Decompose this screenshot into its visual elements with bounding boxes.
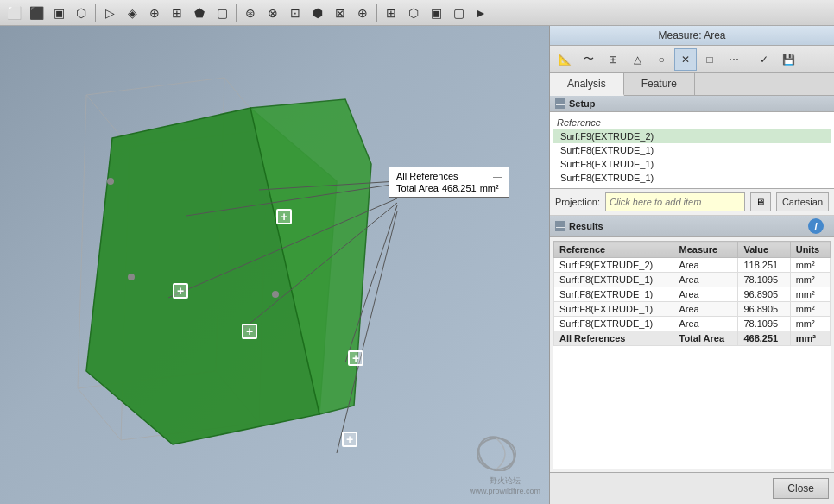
table-row[interactable]: Surf:F9(EXTRUDE_2) Area 118.251 mm²	[554, 258, 831, 273]
toolbar-btn-8[interactable]: ⊞	[167, 3, 187, 23]
tab-feature[interactable]: Feature	[624, 73, 695, 95]
svg-line-9	[216, 371, 259, 423]
table-row[interactable]: Surf:F8(EXTRUDE_1) Area 96.8905 mm²	[554, 302, 831, 317]
watermark: 野火论坛www.prowildfire.com	[470, 428, 540, 495]
panel-tool-save[interactable]: 💾	[777, 48, 799, 71]
toolbar-btn-6[interactable]: ◈	[122, 3, 142, 23]
results-info-icon[interactable]: i	[808, 218, 824, 234]
panel-tool-check[interactable]: ✓	[753, 48, 775, 71]
toolbar-btn-2[interactable]: ⬛	[26, 3, 47, 23]
toolbar-btn-5[interactable]: ▷	[99, 3, 120, 23]
svg-line-7	[121, 147, 130, 440]
row-0-units: mm²	[790, 258, 830, 273]
setup-content: Reference Surf:F9(EXTRUDE_2) Surf:F8(EXT…	[550, 112, 834, 188]
col-reference: Reference	[554, 242, 673, 258]
svg-line-6	[259, 129, 268, 423]
table-row[interactable]: Surf:F8(EXTRUDE_1) Area 96.8905 mm²	[554, 287, 831, 302]
toolbar-btn-9[interactable]: ⬟	[189, 3, 210, 23]
row-0-value: 118.251	[738, 258, 790, 273]
row-2-units: mm²	[790, 287, 830, 302]
toolbar-btn-20[interactable]: ▢	[448, 3, 469, 23]
row-1-ref: Surf:F8(EXTRUDE_1)	[554, 273, 673, 287]
svg-line-4	[78, 95, 86, 388]
panel-tool-dash[interactable]: ⋯	[723, 48, 745, 71]
table-row-total[interactable]: All References Total Area 468.251 mm²	[554, 331, 831, 346]
panel-title: Measure: Area	[550, 26, 834, 46]
annotation-point-5[interactable]: +	[342, 432, 357, 447]
watermark-text: 野火论坛www.prowildfire.com	[470, 476, 540, 495]
table-row[interactable]: Surf:F8(EXTRUDE_1) Area 78.1095 mm²	[554, 273, 831, 287]
svg-line-11	[121, 423, 259, 440]
callout-data-row: Total Area 468.251 mm²	[396, 183, 502, 193]
toolbar-btn-11[interactable]: ⊛	[240, 3, 261, 23]
toolbar-btn-14[interactable]: ⬢	[307, 3, 328, 23]
row-5-value: 468.251	[738, 331, 790, 346]
svg-line-1	[224, 78, 268, 129]
panel-tool-ruler[interactable]: 📐	[553, 48, 576, 71]
setup-collapse-btn[interactable]: —	[555, 98, 565, 109]
row-2-value: 96.8905	[738, 287, 790, 302]
panel-tool-circle[interactable]: ○	[650, 48, 673, 71]
reference-list: Surf:F9(EXTRUDE_2) Surf:F8(EXTRUDE_1) Su…	[553, 129, 831, 185]
col-measure: Measure	[673, 242, 738, 258]
toolbar-sep-3	[376, 4, 377, 22]
results-table: Reference Measure Value Units Surf:F9(EX…	[553, 241, 831, 346]
3d-viewport[interactable]: + + + + + All References — Total Area 46…	[0, 26, 549, 504]
results-table-header-row: Reference Measure Value Units	[554, 242, 831, 258]
row-2-measure: Area	[673, 287, 738, 302]
toolbar-btn-19[interactable]: ▣	[426, 3, 446, 23]
toolbar-btn-21[interactable]: ►	[471, 3, 491, 23]
panel-sep-1	[749, 51, 749, 68]
toolbar-btn-13[interactable]: ⊡	[285, 3, 306, 23]
row-4-ref: Surf:F8(EXTRUDE_1)	[554, 317, 673, 331]
results-header: — Results i	[550, 216, 834, 237]
toolbar-btn-1[interactable]: ⬜	[3, 3, 24, 23]
projection-input[interactable]	[605, 192, 745, 211]
toolbar-btn-3[interactable]: ▣	[48, 3, 69, 23]
annotation-point-3[interactable]: +	[242, 324, 257, 339]
row-4-measure: Area	[673, 317, 738, 331]
toolbar-btn-18[interactable]: ⬡	[403, 3, 424, 23]
panel-tool-x[interactable]: ✕	[674, 48, 697, 71]
connection-dot-3	[272, 291, 279, 298]
results-header-label: Results	[569, 221, 603, 231]
row-0-measure: Area	[673, 258, 738, 273]
row-1-value: 78.1095	[738, 273, 790, 287]
projection-label: Projection:	[555, 197, 600, 207]
table-row[interactable]: Surf:F8(EXTRUDE_1) Area 78.1095 mm²	[554, 317, 831, 331]
panel-tool-curve[interactable]: 〜	[578, 48, 600, 71]
results-collapse-btn[interactable]: —	[555, 221, 565, 231]
svg-line-2	[86, 95, 130, 147]
projection-cartesian-btn[interactable]: Cartesian	[776, 192, 829, 211]
close-button[interactable]: Close	[773, 478, 829, 499]
setup-header: — Setup	[550, 96, 834, 112]
ref-item-2[interactable]: Surf:F8(EXTRUDE_1)	[553, 157, 831, 171]
panel-tool-box[interactable]: □	[698, 48, 721, 71]
toolbar-btn-15[interactable]: ⊠	[330, 3, 351, 23]
row-5-ref: All References	[554, 331, 673, 346]
row-5-units: mm²	[790, 331, 830, 346]
tab-analysis[interactable]: Analysis	[550, 73, 624, 96]
toolbar-btn-17[interactable]: ⊞	[381, 3, 401, 23]
annotation-point-2[interactable]: +	[173, 283, 188, 299]
toolbar-btn-12[interactable]: ⊗	[262, 3, 283, 23]
annotation-point-4[interactable]: +	[348, 350, 363, 366]
toolbar-btn-4[interactable]: ⬡	[71, 3, 92, 23]
ref-item-1[interactable]: Surf:F8(EXTRUDE_1)	[553, 143, 831, 157]
results-section: — Results i Reference Measure Value Unit…	[550, 216, 834, 472]
panel-tool-grid[interactable]: ⊞	[602, 48, 624, 71]
ref-item-3[interactable]: Surf:F8(EXTRUDE_1)	[553, 171, 831, 185]
projection-screen-btn[interactable]: 🖥	[750, 192, 771, 211]
svg-marker-12	[86, 108, 337, 444]
panel-tool-triangle[interactable]: △	[626, 48, 648, 71]
callout-row-unit: mm²	[480, 183, 499, 193]
callout-close-icon[interactable]: —	[493, 172, 502, 181]
setup-header-label: Setup	[569, 98, 596, 109]
toolbar-btn-10[interactable]: ▢	[212, 3, 232, 23]
svg-line-3	[130, 129, 268, 147]
toolbar-btn-7[interactable]: ⊕	[144, 3, 165, 23]
toolbar-btn-16[interactable]: ⊕	[352, 3, 373, 23]
ref-item-0[interactable]: Surf:F9(EXTRUDE_2)	[553, 129, 831, 143]
annotation-point-1[interactable]: +	[276, 209, 292, 224]
row-3-measure: Area	[673, 302, 738, 317]
